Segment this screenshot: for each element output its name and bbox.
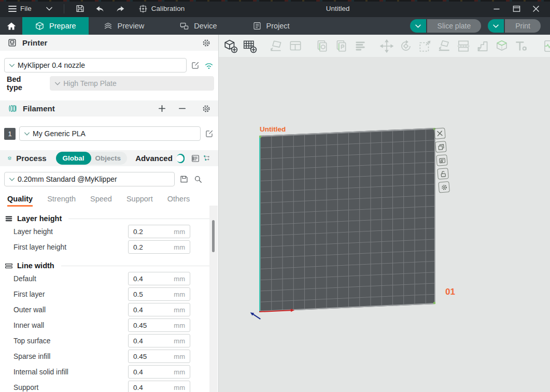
- param-row-internal-solid-infill: Internal solid infill 0.4 mm: [13, 365, 190, 379]
- cut-icon: [456, 39, 471, 53]
- slice-plate-button[interactable]: Slice plate: [427, 19, 482, 33]
- minimize-button[interactable]: [488, 2, 505, 16]
- viewport-3d[interactable]: Untitled 01: [219, 35, 550, 392]
- tab-support[interactable]: Support: [126, 195, 153, 207]
- redo-button[interactable]: [112, 2, 129, 16]
- top-surface-line-width-input[interactable]: 0.4 mm: [128, 334, 190, 347]
- tab-device[interactable]: Device: [167, 17, 229, 35]
- save-icon: [75, 4, 85, 13]
- prepare-cube-icon: [35, 21, 45, 31]
- file-dropdown-button[interactable]: [43, 4, 56, 13]
- tab-speed[interactable]: Speed: [90, 195, 112, 207]
- redo-icon: [115, 4, 125, 13]
- process-scope-toggle: Global Objects: [56, 152, 128, 165]
- printer-preset-select[interactable]: MyKlipper 0.4 nozzle: [4, 58, 187, 72]
- chevron-down-icon: [54, 81, 61, 86]
- file-menu-button[interactable]: File: [5, 3, 35, 14]
- bed-type-select[interactable]: High Temp Plate: [50, 76, 214, 91]
- param-value[interactable]: 0.2: [133, 243, 143, 251]
- param-value[interactable]: 0.5: [133, 291, 143, 298]
- param-value[interactable]: 0.4: [133, 368, 143, 376]
- add-plate-icon[interactable]: [243, 39, 257, 53]
- sparse-infill-line-width-input[interactable]: 0.45 mm: [128, 350, 190, 363]
- tab-quality[interactable]: Quality: [7, 195, 33, 207]
- scope-global-button[interactable]: Global: [56, 152, 91, 165]
- internal-solid-infill-line-width-input[interactable]: 0.4 mm: [128, 365, 190, 379]
- outer-wall-line-width-input[interactable]: 0.4 mm: [128, 303, 190, 316]
- param-label: Inner wall: [13, 322, 44, 329]
- printer-settings-gear-icon[interactable]: [202, 38, 211, 48]
- plate-settings-icon[interactable]: [436, 154, 448, 166]
- advanced-toggle[interactable]: [177, 154, 185, 163]
- param-value[interactable]: 0.45: [133, 353, 147, 360]
- add-filament-plus-icon[interactable]: [158, 105, 166, 112]
- param-unit: mm: [174, 384, 185, 391]
- print-button[interactable]: Print: [505, 19, 541, 33]
- undo-button[interactable]: [92, 2, 108, 16]
- process-preset-value: 0.20mm Standard @MyKlipper: [18, 175, 117, 183]
- first-layer-height-input[interactable]: 0.2 mm: [128, 240, 190, 254]
- save-preset-icon[interactable]: [179, 175, 189, 184]
- tab-preview[interactable]: Preview: [91, 17, 157, 35]
- printer-connection-wifi-icon[interactable]: [204, 61, 214, 70]
- panel-scrollbar[interactable]: [209, 206, 218, 392]
- tab-strength[interactable]: Strength: [47, 195, 76, 207]
- save-button[interactable]: [72, 2, 88, 16]
- support-line-width-input[interactable]: 0.4 mm: [128, 381, 190, 392]
- tab-prepare[interactable]: Prepare: [22, 17, 89, 35]
- assembly-icon: [542, 39, 550, 53]
- param-row-first-layer: First layer 0.5 mm: [13, 287, 190, 301]
- calibration-button[interactable]: Calibration: [135, 2, 188, 16]
- parameter-graph-icon[interactable]: [202, 154, 211, 163]
- param-value[interactable]: 0.2: [133, 228, 143, 236]
- tab-others[interactable]: Others: [167, 195, 190, 207]
- plate-gear-icon[interactable]: [438, 181, 450, 193]
- main-tab-bar: Prepare Preview Device Project Slice pla…: [0, 17, 550, 35]
- search-preset-icon[interactable]: [193, 175, 203, 184]
- parameter-list-icon[interactable]: [191, 154, 200, 163]
- param-value[interactable]: 0.4: [133, 337, 143, 345]
- titlebar-divider: [64, 4, 64, 13]
- param-row-top-surface: Top surface 0.4 mm: [13, 334, 190, 347]
- add-model-icon[interactable]: [223, 39, 238, 53]
- viewport-toolbar: [219, 35, 550, 57]
- edit-printer-icon[interactable]: [190, 61, 200, 70]
- delete-all-icon[interactable]: [434, 127, 446, 139]
- param-unit: mm: [174, 337, 185, 345]
- scope-objects-button[interactable]: Objects: [91, 154, 128, 162]
- scrollbar-thumb[interactable]: [212, 220, 215, 252]
- slice-options-button[interactable]: [410, 19, 426, 33]
- layer-height-input[interactable]: 0.2 mm: [128, 225, 190, 238]
- close-icon: [532, 5, 540, 12]
- line-width-section-title: Line width: [17, 262, 54, 270]
- param-value[interactable]: 0.4: [133, 275, 143, 283]
- default-line-width-input[interactable]: 0.4 mm: [128, 272, 190, 285]
- viewport-canvas[interactable]: Untitled 01: [219, 57, 550, 392]
- layer-height-section-title: Layer height: [17, 214, 62, 223]
- edit-filament-icon[interactable]: [204, 129, 214, 139]
- filament-settings-gear-icon[interactable]: [202, 104, 211, 113]
- param-value[interactable]: 0.45: [133, 322, 147, 329]
- tab-project[interactable]: Project: [240, 17, 302, 35]
- inner-wall-line-width-input[interactable]: 0.45 mm: [128, 318, 190, 332]
- close-button[interactable]: [527, 2, 545, 16]
- param-value[interactable]: 0.4: [133, 306, 143, 314]
- print-options-button[interactable]: [488, 19, 504, 33]
- param-value[interactable]: 0.4: [133, 384, 143, 391]
- support-painting-icon: [475, 39, 490, 53]
- remove-filament-minus-icon[interactable]: [178, 105, 186, 112]
- plate-title-label[interactable]: Untitled: [260, 125, 286, 133]
- filament-preset-select[interactable]: My Generic PLA: [19, 126, 201, 141]
- param-unit: mm: [174, 322, 185, 329]
- maximize-button[interactable]: [507, 2, 525, 16]
- first-layer-line-width-input[interactable]: 0.5 mm: [128, 287, 190, 301]
- text-icon: [514, 39, 528, 53]
- build-plate[interactable]: [259, 128, 435, 312]
- lock-plate-icon[interactable]: [437, 168, 449, 180]
- process-preset-select[interactable]: 0.20mm Standard @MyKlipper: [4, 172, 175, 186]
- home-button[interactable]: [0, 17, 22, 35]
- filament-slot-badge[interactable]: 1: [4, 128, 16, 140]
- arrange-plate-icon[interactable]: [435, 141, 447, 153]
- param-unit: mm: [174, 228, 185, 236]
- param-label: Layer height: [13, 228, 53, 236]
